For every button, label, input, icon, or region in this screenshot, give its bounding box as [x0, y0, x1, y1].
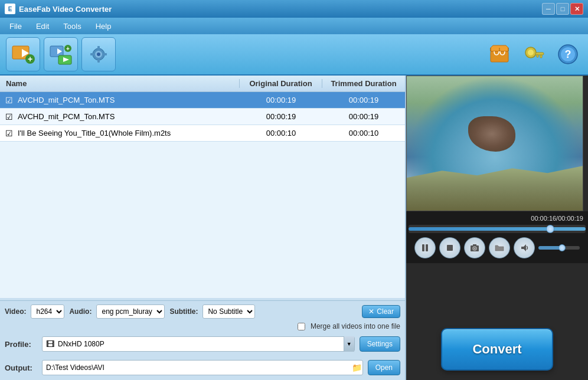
time-display: 00:00:16/00:00:19 [409, 214, 586, 223]
subtitle-select[interactable]: No Subtitle [203, 305, 254, 318]
output-row: Output: D:\Test Videos\AVI 📁 Open [0, 358, 405, 378]
progress-track [409, 227, 586, 231]
menu-edit[interactable]: Edit [29, 19, 56, 33]
audio-label: Audio: [69, 307, 92, 316]
add-video-button[interactable]: + [6, 37, 40, 71]
progress-bar[interactable] [409, 225, 586, 233]
bottom-controls: Video: h264 Audio: eng pcm_bluray [0, 300, 405, 334]
profile-select-field[interactable]: 🎞 DNxHD 1080P ▼ [42, 336, 355, 352]
stop-button[interactable] [439, 237, 460, 258]
video-select[interactable]: h264 [31, 305, 64, 318]
toolbar-right: ? [485, 40, 582, 68]
row-checkbox[interactable]: ☑ [0, 129, 18, 138]
snapshot-button[interactable] [464, 237, 485, 258]
table-row[interactable]: ☑ AVCHD_mit_PCM_Ton.MTS 00:00:19 00:00:1… [0, 109, 405, 125]
merge-row: Merge all videos into one file [5, 322, 400, 330]
clear-x-icon: ✕ [368, 307, 374, 316]
row-filename: AVCHD_mit_PCM_Ton.MTS [18, 96, 240, 104]
main-content: Name Original Duration Trimmed Duration … [0, 76, 588, 380]
merge-checkbox[interactable] [298, 323, 305, 330]
output-folder-icon[interactable]: 📁 [352, 360, 362, 375]
progress-handle[interactable] [546, 225, 554, 233]
row-filename: AVCHD_mit_PCM_Ton.MTS [18, 112, 240, 121]
convert-toolbar-button[interactable]: + [44, 37, 78, 71]
row-original-duration: 00:00:19 [240, 96, 322, 104]
volume-slider[interactable] [538, 246, 580, 250]
output-path-field[interactable]: D:\Test Videos\AVI 📁 [42, 360, 363, 375]
profile-row: Profile: 🎞 DNxHD 1080P ▼ Settings [0, 334, 405, 354]
window-controls: ─ □ ✕ [542, 3, 583, 15]
file-panel: Name Original Duration Trimmed Duration … [0, 76, 406, 380]
svg-rect-21 [535, 53, 544, 55]
profile-film-icon: 🎞 [46, 339, 54, 349]
svg-point-12 [97, 53, 100, 56]
header-name: Name [0, 79, 240, 88]
audio-select[interactable]: eng pcm_bluray [97, 305, 164, 318]
svg-rect-15 [90, 53, 94, 55]
audio-select-wrapper: eng pcm_bluray [96, 304, 165, 319]
merge-label: Merge all videos into one file [311, 322, 400, 330]
playback-controls [409, 235, 586, 261]
clear-label: Clear [377, 307, 394, 316]
table-row[interactable]: ☑ AVCHD_mit_PCM_Ton.MTS 00:00:19 00:00:1… [0, 92, 405, 109]
row-trimmed-duration: 00:00:19 [322, 96, 405, 104]
profile-label: Profile: [5, 340, 37, 349]
row-checkbox[interactable]: ☑ [0, 112, 18, 122]
table-row[interactable]: ☑ I'll Be Seeing You_Title_01(Whole Film… [0, 125, 405, 142]
pause-button[interactable] [414, 237, 436, 258]
subtitle-label: Subtitle: [169, 307, 198, 316]
video-select-wrapper: h264 [31, 304, 64, 319]
subtitle-select-wrapper: No Subtitle [202, 304, 255, 319]
key-icon-button[interactable] [520, 40, 548, 68]
svg-rect-14 [97, 59, 100, 63]
volume-button[interactable] [514, 237, 535, 258]
svg-rect-13 [97, 46, 100, 50]
svg-rect-23 [537, 55, 538, 57]
video-ground [407, 163, 583, 211]
svg-marker-33 [521, 244, 526, 251]
shop-icon-button[interactable] [485, 40, 514, 68]
menu-help[interactable]: Help [89, 19, 119, 33]
svg-rect-22 [540, 55, 542, 58]
svg-rect-28 [426, 244, 428, 251]
settings-toolbar-button[interactable] [81, 37, 116, 71]
row-trimmed-duration: 00:00:10 [322, 129, 405, 137]
profile-dropdown-arrow[interactable]: ▼ [344, 336, 354, 352]
row-checkbox[interactable]: ☑ [0, 96, 18, 105]
folder-button[interactable] [489, 237, 510, 258]
row-original-duration: 00:00:10 [240, 129, 322, 137]
svg-rect-29 [447, 245, 453, 251]
help-icon-button[interactable]: ? [554, 40, 582, 68]
table-header: Name Original Duration Trimmed Duration [0, 76, 405, 92]
video-thumbnail [407, 76, 583, 211]
app-icon: E [5, 4, 15, 14]
menu-tools[interactable]: Tools [56, 19, 88, 33]
right-panel: 00:00:16/00:00:19 [406, 76, 588, 380]
header-trimmed: Trimmed Duration [322, 79, 405, 88]
open-button[interactable]: Open [368, 360, 400, 375]
video-label: Video: [5, 307, 26, 316]
close-button[interactable]: ✕ [570, 3, 583, 15]
svg-text:?: ? [565, 48, 571, 60]
title-bar: E EaseFab Video Converter ─ □ ✕ [0, 0, 588, 18]
row-original-duration: 00:00:19 [240, 112, 322, 121]
clear-button[interactable]: ✕ Clear [362, 305, 400, 318]
minimize-button[interactable]: ─ [542, 3, 555, 15]
settings-button[interactable]: Settings [360, 336, 400, 352]
video-stone [468, 116, 515, 152]
svg-text:+: + [66, 45, 70, 52]
row-filename: I'll Be Seeing You_Title_01(Whole Film).… [18, 129, 240, 137]
maximize-button[interactable]: □ [556, 3, 569, 15]
profile-value: DNxHD 1080P [58, 340, 344, 348]
svg-rect-17 [491, 51, 508, 62]
svg-point-32 [474, 248, 476, 250]
convert-button[interactable]: Convert [441, 328, 553, 371]
output-label: Output: [5, 363, 37, 372]
menu-file[interactable]: File [2, 19, 29, 33]
svg-rect-16 [103, 53, 107, 55]
row-trimmed-duration: 00:00:19 [322, 112, 405, 121]
menu-bar: File Edit Tools Help [0, 18, 588, 34]
svg-text:+: + [28, 54, 32, 64]
svg-point-20 [528, 50, 534, 55]
header-original: Original Duration [240, 79, 322, 88]
